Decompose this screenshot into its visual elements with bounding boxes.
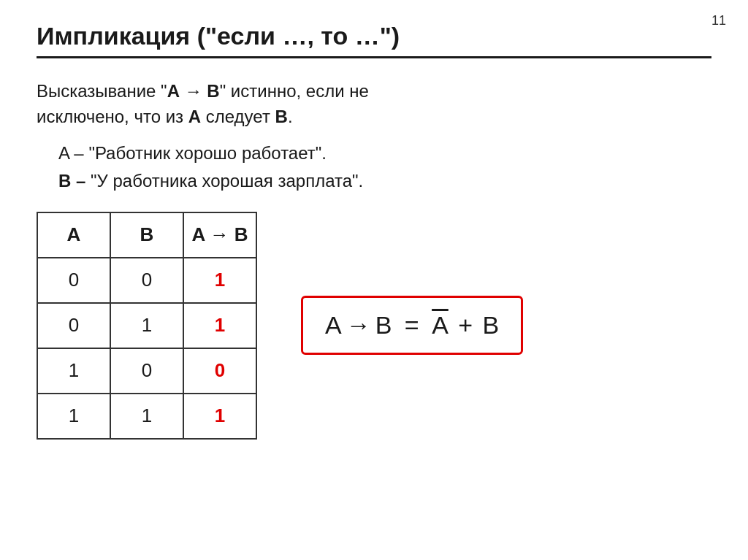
description-text: Высказывание "A → B" истинно, если не ис… (37, 79, 711, 130)
cell-result: 1 (183, 303, 256, 348)
table-row: 0 1 1 (37, 303, 256, 348)
formula-box: A → B = A + B (301, 296, 523, 355)
table-row: 1 0 0 (37, 348, 256, 394)
truth-table: A B A → B 0 0 1 0 1 1 1 0 (37, 212, 257, 440)
desc-line2-A: A (188, 107, 201, 126)
example-b-label: B (58, 171, 71, 191)
desc-line2-end: . (288, 107, 293, 126)
cell-result: 0 (183, 348, 256, 394)
cell-b: 1 (110, 303, 183, 348)
example-b: B – "У работника хорошая зарплата". (58, 171, 711, 191)
title-divider (37, 56, 711, 58)
formula-left-A: A (325, 311, 342, 340)
cell-b: 0 (110, 258, 183, 303)
cell-result: 1 (183, 394, 256, 439)
example-a: A – "Работник хорошо работает". (58, 143, 711, 164)
formula-left-arrow: → (346, 311, 371, 340)
cell-a: 1 (37, 394, 110, 439)
formula-plus: + (451, 311, 480, 340)
desc-arrow: → (185, 81, 202, 101)
desc-A: A (167, 81, 180, 101)
slide: 11 Импликация ("если …, то …") Высказыва… (0, 0, 748, 560)
formula-equals: = (397, 311, 426, 340)
formula-right-B: B (483, 311, 500, 340)
col-header-A: A (37, 212, 110, 258)
table-row: 1 1 1 (37, 394, 256, 439)
cell-result: 1 (183, 258, 256, 303)
example-a-text: "Работник хорошо работает". (88, 143, 327, 163)
content-row: A B A → B 0 0 1 0 1 1 1 0 (37, 212, 711, 440)
example-a-dash: – (69, 143, 89, 163)
desc-line2-p1: исключено, что из (37, 107, 188, 126)
example-b-text: "У работника хорошая зарплата". (91, 171, 363, 191)
formula-right-A: A (432, 311, 449, 340)
desc-part1: Высказывание " (37, 81, 167, 101)
slide-title: Импликация ("если …, то …") (37, 22, 711, 50)
desc-line2-B: B (275, 107, 288, 126)
cell-a: 1 (37, 348, 110, 394)
cell-b: 1 (110, 394, 183, 439)
cell-b: 0 (110, 348, 183, 394)
col-header-B: B (110, 212, 183, 258)
example-b-dash: – (71, 171, 91, 191)
table-row: 0 0 1 (37, 258, 256, 303)
formula-left-B: B (375, 311, 392, 340)
example-a-label: A (58, 143, 69, 163)
cell-a: 0 (37, 258, 110, 303)
cell-a: 0 (37, 303, 110, 348)
desc-B: B (207, 81, 219, 101)
slide-number: 11 (711, 13, 726, 28)
desc-part2: " истинно, если не (220, 81, 369, 101)
col-header-AB: A → B (183, 212, 256, 258)
desc-line2-p2: следует (201, 107, 275, 126)
